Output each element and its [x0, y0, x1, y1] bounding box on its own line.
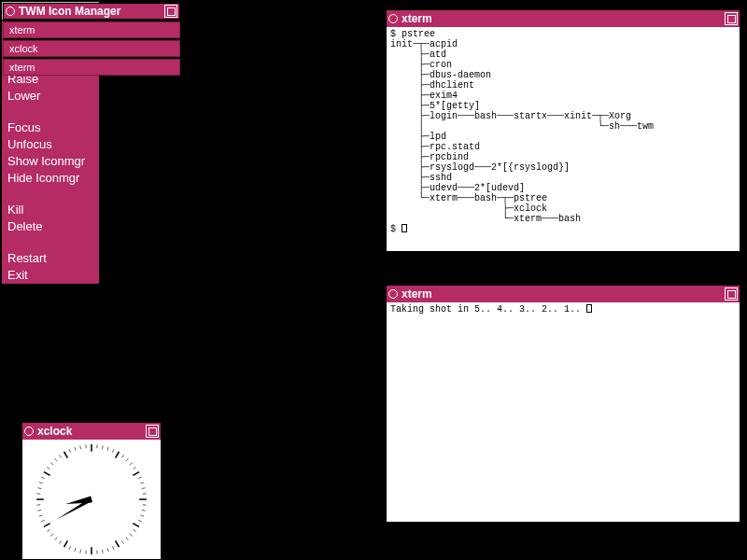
svg-line-52: [50, 463, 53, 466]
iconmgr-item-xterm[interactable]: xterm: [3, 21, 180, 38]
svg-line-11: [138, 477, 142, 479]
xterm1-title: xterm: [402, 12, 725, 25]
icon-manager-title: TWM Icon Manager: [19, 5, 164, 18]
menu-item-show-iconmgr[interactable]: Show Iconmgr: [2, 153, 99, 170]
resize-icon[interactable]: [164, 5, 177, 18]
svg-line-47: [37, 488, 41, 489]
svg-line-38: [50, 534, 53, 537]
svg-line-57: [75, 447, 76, 451]
xterm2-title: xterm: [402, 287, 725, 301]
svg-line-19: [138, 520, 142, 522]
resize-icon[interactable]: [146, 425, 159, 438]
menu-item-restart[interactable]: Restart: [2, 250, 99, 267]
clock-face: [22, 440, 161, 559]
svg-line-56: [69, 449, 71, 453]
svg-line-27: [107, 548, 108, 552]
svg-line-42: [39, 515, 43, 516]
svg-line-10: [133, 472, 139, 476]
xterm-window-countdown[interactable]: xterm Taking shot in 5.. 4.. 3.. 2.. 1..: [386, 285, 740, 523]
svg-line-23: [126, 538, 129, 540]
svg-line-5: [116, 452, 120, 458]
xterm2-titlebar[interactable]: xterm: [387, 286, 740, 302]
svg-line-6: [121, 455, 123, 457]
svg-marker-61: [56, 497, 92, 520]
menu-separator: [2, 187, 99, 202]
menu-item-lower[interactable]: Lower: [2, 88, 99, 105]
svg-line-28: [102, 550, 103, 553]
svg-line-4: [112, 449, 114, 453]
svg-line-32: [80, 550, 81, 553]
xterm1-output[interactable]: $ pstree init─┬─acpid ├─atd ├─cron ├─dbu…: [387, 27, 740, 236]
svg-line-2: [102, 445, 103, 449]
resize-icon[interactable]: [725, 287, 738, 301]
icon-manager-list: xterm xclock xterm: [3, 21, 180, 76]
svg-line-20: [133, 524, 139, 527]
svg-line-36: [59, 541, 61, 544]
menu-item-hide-iconmgr[interactable]: Hide Iconmgr: [2, 170, 99, 187]
xclock-title: xclock: [37, 425, 146, 438]
svg-line-50: [44, 472, 50, 476]
menu-item-exit[interactable]: Exit: [2, 267, 99, 284]
resize-icon[interactable]: [725, 12, 738, 25]
svg-line-40: [44, 524, 50, 527]
menu-item-focus[interactable]: Focus: [2, 119, 99, 136]
svg-line-54: [59, 455, 61, 457]
svg-line-12: [140, 483, 144, 483]
iconmgr-item-xclock[interactable]: xclock: [3, 40, 180, 57]
svg-line-58: [80, 445, 81, 449]
menu-item-delete[interactable]: Delete: [2, 218, 99, 235]
svg-line-13: [142, 488, 146, 489]
icon-manager-titlebar[interactable]: TWM Icon Manager: [3, 3, 180, 20]
svg-line-8: [130, 463, 133, 466]
svg-line-51: [47, 467, 49, 469]
svg-line-43: [37, 510, 41, 511]
window-dot-icon: [6, 7, 15, 16]
svg-line-26: [112, 546, 114, 550]
xterm1-titlebar[interactable]: xterm: [387, 10, 740, 27]
svg-line-7: [126, 458, 129, 461]
svg-line-21: [134, 529, 136, 531]
svg-line-49: [41, 477, 45, 479]
xterm-window-pstree[interactable]: xterm $ pstree init─┬─acpid ├─atd ├─cron…: [386, 9, 740, 252]
xclock-titlebar[interactable]: xclock: [22, 423, 161, 440]
svg-line-18: [140, 515, 144, 516]
iconmgr-item-xterm[interactable]: xterm: [3, 59, 180, 76]
window-dot-icon: [388, 14, 398, 23]
svg-line-34: [69, 546, 71, 550]
window-dot-icon: [24, 427, 34, 436]
svg-line-55: [64, 452, 68, 458]
svg-line-33: [75, 548, 76, 552]
xterm2-output[interactable]: Taking shot in 5.. 4.. 3.. 2.. 1..: [387, 302, 740, 316]
svg-line-9: [134, 467, 136, 469]
menu-item-unfocus[interactable]: Unfocus: [2, 136, 99, 153]
svg-line-48: [39, 483, 43, 483]
window-dot-icon: [388, 289, 398, 299]
svg-line-17: [142, 510, 146, 511]
svg-line-25: [116, 540, 120, 547]
icon-manager-window[interactable]: TWM Icon Manager xterm xclock xterm: [3, 3, 180, 76]
svg-line-39: [47, 529, 49, 531]
svg-line-24: [121, 541, 123, 544]
menu-item-kill[interactable]: Kill: [2, 202, 99, 218]
svg-line-35: [64, 540, 68, 547]
svg-line-41: [41, 520, 45, 522]
svg-line-22: [130, 534, 133, 537]
svg-line-37: [55, 538, 58, 540]
svg-line-53: [55, 458, 58, 461]
menu-separator: [2, 105, 99, 119]
xclock-window[interactable]: xclock: [21, 422, 162, 560]
svg-line-3: [107, 447, 108, 451]
menu-separator: [2, 235, 99, 250]
